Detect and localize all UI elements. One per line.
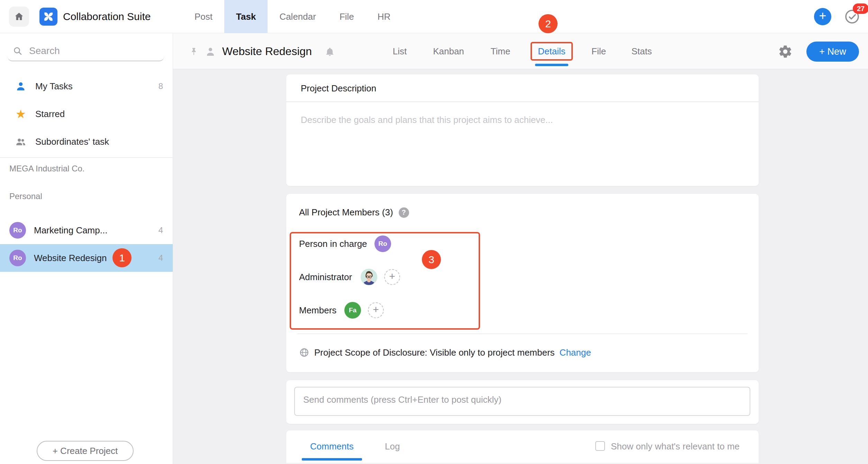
bell-icon bbox=[325, 46, 335, 57]
search-icon bbox=[12, 46, 23, 56]
add-administrator-button[interactable]: + bbox=[384, 269, 400, 285]
home-button[interactable] bbox=[9, 7, 29, 27]
tab-kanban[interactable]: Kanban bbox=[433, 34, 464, 69]
task-count: 8 bbox=[159, 81, 163, 91]
add-member-button[interactable]: + bbox=[368, 302, 384, 318]
sidebar-search[interactable] bbox=[8, 41, 164, 61]
sidebar: My Tasks 8 ★ Starred Subordinates' task … bbox=[0, 34, 173, 464]
globe-icon bbox=[299, 347, 309, 358]
sidebar-item-my-tasks[interactable]: My Tasks 8 bbox=[0, 72, 173, 100]
sidebar-item-label: Subordinates' task bbox=[35, 136, 109, 147]
tab-time[interactable]: Time bbox=[491, 34, 510, 69]
sidebar-item-label: My Tasks bbox=[35, 81, 73, 92]
pin-button[interactable] bbox=[189, 34, 199, 69]
topnav-file[interactable]: File bbox=[328, 0, 366, 33]
app-title: Collaboration Suite bbox=[63, 0, 151, 33]
comment-input-card bbox=[286, 380, 759, 424]
administrator-avatar-image bbox=[361, 269, 377, 285]
tab-stats[interactable]: Stats bbox=[631, 34, 652, 69]
member-avatar[interactable]: Fa bbox=[344, 302, 361, 319]
content-area: Project Description All Project Members … bbox=[173, 69, 868, 464]
relevant-filter-label: Show only what's relevant to me bbox=[611, 430, 740, 462]
sidebar-item-label: Starred bbox=[35, 109, 65, 119]
topnav-post[interactable]: Post bbox=[183, 0, 224, 33]
project-members-card: All Project Members (3) ? Person in char… bbox=[286, 194, 759, 372]
tab-log[interactable]: Log bbox=[385, 430, 400, 462]
topbar-actions: + 27 bbox=[814, 0, 860, 33]
annotation-badge-1: 1 bbox=[112, 248, 132, 267]
tab-file[interactable]: File bbox=[591, 34, 606, 69]
project-avatar: Ro bbox=[9, 222, 26, 239]
feed-divider bbox=[286, 463, 759, 464]
pin-icon bbox=[189, 47, 199, 56]
gear-icon bbox=[778, 44, 793, 59]
relevant-filter-checkbox[interactable] bbox=[595, 441, 605, 451]
tab-comments[interactable]: Comments bbox=[310, 430, 354, 462]
person-icon bbox=[205, 46, 216, 57]
sidebar-divider bbox=[0, 157, 173, 158]
sidebar-item-starred[interactable]: ★ Starred bbox=[0, 100, 173, 128]
people-icon bbox=[14, 136, 28, 148]
members-label: Members bbox=[299, 305, 336, 316]
project-count: 4 bbox=[159, 253, 163, 263]
app-window: Collaboration Suite Post Task Calendar F… bbox=[0, 0, 868, 464]
star-icon: ★ bbox=[14, 108, 28, 120]
todo-button[interactable]: 27 bbox=[844, 8, 860, 25]
top-navigation: Post Task Calendar File HR bbox=[183, 0, 402, 33]
top-bar: Collaboration Suite Post Task Calendar F… bbox=[0, 0, 868, 33]
scope-of-disclosure-text: Project Scope of Disclosure: Visible onl… bbox=[314, 347, 555, 358]
sidebar-project-website-redesign[interactable]: Ro Website Redesign 4 bbox=[0, 244, 173, 272]
search-input[interactable] bbox=[29, 45, 147, 56]
global-add-button[interactable]: + bbox=[814, 8, 831, 25]
project-description-card: Project Description bbox=[286, 74, 759, 186]
create-project-button[interactable]: + Create Project bbox=[37, 441, 134, 461]
description-card-title: Project Description bbox=[286, 74, 759, 102]
sidebar-item-subordinates-task[interactable]: Subordinates' task bbox=[0, 128, 173, 155]
person-in-charge-avatar[interactable]: Ro bbox=[374, 235, 391, 252]
topnav-task[interactable]: Task bbox=[224, 0, 268, 33]
app-logo[interactable] bbox=[39, 8, 57, 26]
members-card-divider bbox=[297, 333, 748, 334]
help-icon[interactable]: ? bbox=[399, 207, 409, 218]
person-icon bbox=[14, 81, 28, 92]
members-card-title: All Project Members (3) bbox=[299, 207, 393, 218]
sidebar-section-personal: Personal bbox=[9, 191, 42, 201]
settings-button[interactable] bbox=[778, 34, 793, 69]
owner-button[interactable] bbox=[205, 34, 216, 69]
annotation-badge-2: 2 bbox=[539, 14, 558, 33]
notification-button[interactable] bbox=[325, 34, 335, 69]
project-title: Website Redesign bbox=[222, 34, 312, 69]
project-avatar: Ro bbox=[9, 250, 26, 266]
project-count: 4 bbox=[159, 225, 163, 235]
pinwheel-logo-icon bbox=[42, 10, 55, 23]
scope-change-link[interactable]: Change bbox=[560, 347, 591, 358]
person-in-charge-label: Person in charge bbox=[299, 239, 367, 249]
sidebar-project-marketing[interactable]: Ro Marketing Camp... 4 bbox=[0, 216, 173, 244]
tab-list[interactable]: List bbox=[393, 34, 407, 69]
topnav-hr[interactable]: HR bbox=[366, 0, 403, 33]
active-feed-tab-underline bbox=[302, 458, 362, 461]
active-tab-underline bbox=[535, 64, 568, 66]
project-label: Marketing Camp... bbox=[34, 225, 107, 236]
description-textarea[interactable] bbox=[301, 102, 744, 175]
sidebar-section-company: MEGA Industrial Co. bbox=[9, 164, 84, 173]
annotation-badge-3: 3 bbox=[422, 250, 441, 269]
activity-feed-card: Comments Log Show only what's relevant t… bbox=[286, 430, 759, 464]
administrator-avatar[interactable] bbox=[361, 269, 377, 285]
home-icon bbox=[13, 11, 25, 22]
comment-input[interactable] bbox=[294, 387, 750, 416]
new-task-button[interactable]: + New bbox=[806, 42, 859, 62]
todo-count-badge: 27 bbox=[853, 3, 868, 14]
project-header: Website Redesign List Kanban Time Detail… bbox=[173, 34, 868, 69]
administrator-label: Administrator bbox=[299, 272, 352, 283]
project-label: Website Redesign bbox=[34, 253, 107, 264]
topnav-calendar[interactable]: Calendar bbox=[268, 0, 328, 33]
